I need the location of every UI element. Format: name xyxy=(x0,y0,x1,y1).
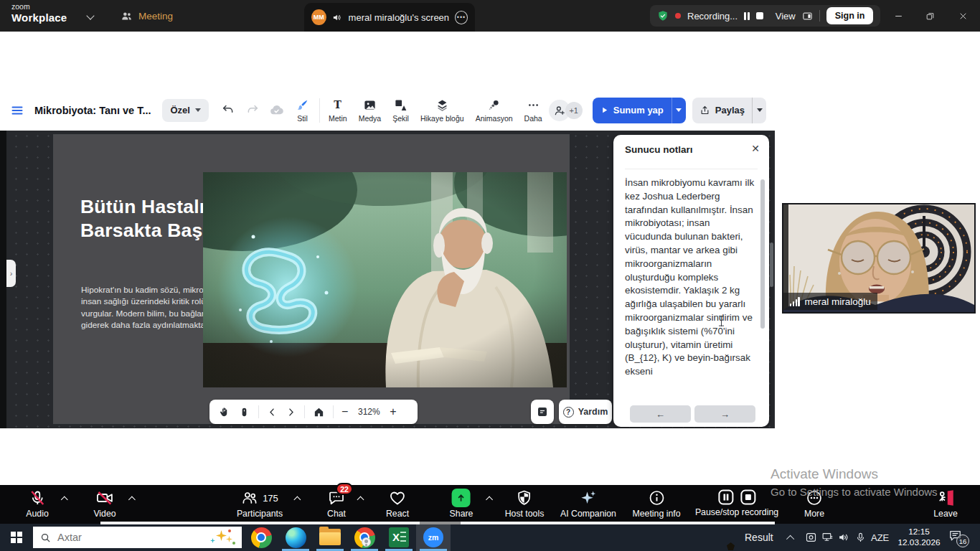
tool-text[interactable]: T Metin xyxy=(329,98,347,123)
help-button[interactable]: ? Yardım xyxy=(559,400,612,424)
share-button[interactable]: Paylaş xyxy=(692,98,766,123)
undo-icon[interactable] xyxy=(222,103,235,117)
share-screen-button[interactable]: Share xyxy=(450,489,473,519)
taskbar-file-explorer[interactable] xyxy=(313,524,347,551)
tray-app-label[interactable]: Result xyxy=(745,532,773,543)
tool-style[interactable]: Stil xyxy=(296,98,309,123)
next-note-button[interactable]: → xyxy=(694,405,755,423)
participants-options-chevron[interactable] xyxy=(294,496,301,504)
tray-expand-chevron[interactable] xyxy=(788,531,794,544)
next-slide-icon[interactable] xyxy=(286,407,296,418)
sign-in-button[interactable]: Sign in xyxy=(826,7,874,24)
view-layout-icon[interactable] xyxy=(802,11,813,22)
previous-slide-icon[interactable] xyxy=(267,407,278,418)
camera-muted-icon xyxy=(95,489,114,507)
chat-button[interactable]: 22 Chat xyxy=(327,489,346,519)
hamburger-menu-icon[interactable] xyxy=(10,103,24,118)
taskbar-chrome-profile[interactable] xyxy=(347,524,382,551)
minimize-button[interactable] xyxy=(884,0,913,32)
presenter-notes-panel: Sunucu notları ✕ İnsan mikrobiyomu kavra… xyxy=(613,135,769,427)
tray-mic-icon[interactable] xyxy=(855,532,866,543)
canvas-scrollbar-thumb[interactable] xyxy=(770,242,773,287)
canva-toolbar-right: +1 Sunum yap Paylaş xyxy=(549,98,766,123)
tool-animation[interactable]: Animasyon xyxy=(476,98,513,123)
tray-speaker-icon[interactable] xyxy=(838,532,850,544)
tool-more[interactable]: Daha xyxy=(524,98,542,123)
pause-stop-recording-button[interactable]: Pause/stop recording xyxy=(695,489,778,517)
tab-meeting[interactable]: Meeting xyxy=(121,0,173,32)
previous-note-button[interactable]: ← xyxy=(630,405,691,423)
shield-check-icon xyxy=(657,10,669,22)
canva-canvas: › Bütün Hastalıklar Barsakta Başlar Hipo… xyxy=(0,131,775,428)
notification-center[interactable]: 16 xyxy=(948,529,973,547)
zoom-out-button[interactable]: − xyxy=(341,405,348,418)
tool-story-block[interactable]: Hikaye bloğu xyxy=(420,98,464,123)
view-button[interactable]: View xyxy=(776,11,796,22)
recording-status: Recording... xyxy=(687,11,738,22)
document-title[interactable]: Mikrobiyota: Tanı ve T... xyxy=(34,105,151,116)
zoom-level[interactable]: 312% xyxy=(356,407,382,417)
stop-recording-icon[interactable] xyxy=(740,489,757,506)
audio-button[interactable]: Audio xyxy=(26,489,48,519)
notes-text[interactable]: İnsan mikrobiyomu kavramı ilk kez Joshua… xyxy=(625,176,755,386)
tool-media[interactable]: Medya xyxy=(359,98,382,123)
react-button[interactable]: React xyxy=(386,489,409,519)
host-tools-button[interactable]: Host tools xyxy=(505,489,545,519)
video-button[interactable]: Video xyxy=(93,489,116,519)
present-button[interactable]: Sunum yap xyxy=(593,98,686,123)
notes-scrollbar[interactable] xyxy=(760,179,765,329)
taskbar-search[interactable] xyxy=(33,527,242,548)
help-label: Yardım xyxy=(578,407,608,417)
taskbar-chrome[interactable] xyxy=(244,524,278,551)
recording-control-label: Pause/stop recording xyxy=(695,507,778,517)
pointer-tool-icon[interactable] xyxy=(238,406,250,418)
taskbar-edge[interactable] xyxy=(278,524,313,551)
expand-sidebar-button[interactable]: › xyxy=(6,260,16,287)
scrollbar-thumb[interactable] xyxy=(420,522,461,524)
meeting-tab-label: Meeting xyxy=(138,11,173,22)
restore-button[interactable] xyxy=(915,0,944,32)
participants-button[interactable]: 175 Participants xyxy=(237,489,283,519)
tab-options-icon[interactable]: ••• xyxy=(455,11,468,24)
brand-style-dropdown[interactable]: Özel xyxy=(162,99,208,122)
hand-tool-icon[interactable] xyxy=(218,406,230,418)
share-options-chevron[interactable] xyxy=(486,496,493,504)
start-button[interactable] xyxy=(0,524,33,551)
tray-language[interactable]: AZE xyxy=(871,532,889,543)
stop-recording-icon[interactable] xyxy=(756,12,763,19)
pause-recording-icon[interactable] xyxy=(717,489,735,506)
home-icon[interactable] xyxy=(313,406,325,418)
close-icon[interactable]: ✕ xyxy=(751,143,760,154)
cloud-saved-icon xyxy=(269,103,284,118)
pause-recording-icon[interactable] xyxy=(744,12,750,20)
participant-video-tile[interactable]: meral miraloğlu xyxy=(782,203,976,314)
zoom-in-button[interactable]: + xyxy=(390,405,396,418)
tab-shared-screen[interactable]: MM meral miraloğlu's screen ••• xyxy=(304,3,475,32)
taskbar-excel[interactable]: X xyxy=(382,524,416,551)
tray-capture-icon[interactable] xyxy=(805,532,817,544)
search-input[interactable] xyxy=(57,532,204,543)
present-options-chevron[interactable] xyxy=(672,98,686,123)
zoom-workplace-logo: zoom Workplace xyxy=(11,3,67,24)
tool-shape[interactable]: Şekil xyxy=(392,98,409,123)
tray-clock[interactable]: 12:15 12.03.2026 xyxy=(895,527,943,548)
slide-image-hippocrates[interactable] xyxy=(203,172,567,387)
windows-taskbar: X zm Result AZE 12:15 12.03.2026 16 xyxy=(0,524,980,551)
chat-options-chevron[interactable] xyxy=(357,496,364,504)
video-options-chevron[interactable] xyxy=(128,496,136,504)
notes-toggle-button[interactable] xyxy=(531,400,554,424)
shared-screen-horizontal-scrollbar[interactable] xyxy=(100,522,775,524)
zoom-app-icon: zm xyxy=(423,527,443,547)
ai-companion-button[interactable]: AI Companion xyxy=(560,489,616,519)
workspace-menu-chevron-icon[interactable] xyxy=(86,11,94,19)
share-options-chevron[interactable] xyxy=(752,98,766,123)
tray-network-icon[interactable] xyxy=(821,532,834,544)
collaborators-badge[interactable]: +1 xyxy=(565,102,583,119)
close-button[interactable] xyxy=(948,0,977,32)
tool-label: Daha xyxy=(524,114,542,123)
slide[interactable]: Bütün Hastalıklar Barsakta Başlar Hipokr… xyxy=(54,135,569,423)
divider xyxy=(304,405,305,418)
taskbar-zoom[interactable]: zm xyxy=(416,524,451,551)
audio-options-chevron[interactable] xyxy=(61,496,68,504)
meeting-info-button[interactable]: Meeting info xyxy=(633,489,681,519)
